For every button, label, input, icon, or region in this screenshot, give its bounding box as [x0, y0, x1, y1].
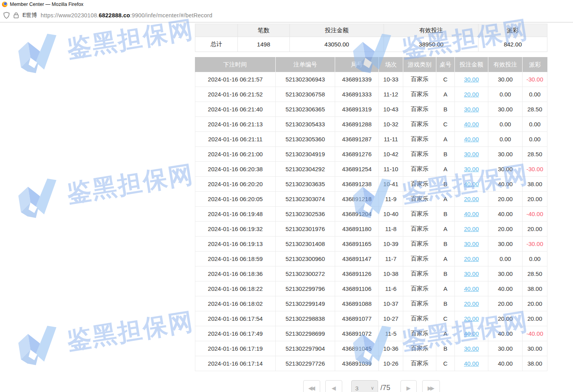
table-row: 2024-01-16 06:20:05521302303074436891218… [195, 192, 547, 207]
guarantee-logo-icon [11, 30, 65, 78]
bet-amount-cell: 20.00 [455, 87, 488, 102]
bet-amount-link[interactable]: 20.00 [464, 91, 479, 98]
url-prefix: https://www20230108. [41, 12, 98, 18]
session-cell: 10-27 [379, 311, 403, 326]
round-id-cell: 436891238 [335, 177, 379, 191]
game-type-cell: 百家乐 [403, 177, 436, 191]
game-type-cell: 百家乐 [403, 222, 436, 236]
bet-id-cell: 521302304919 [276, 147, 335, 161]
round-id-cell: 436891126 [335, 266, 379, 281]
valid-bet-cell: 40.00 [488, 281, 523, 296]
total-pages-label: /75 [380, 384, 390, 392]
bet-amount-link[interactable]: 20.00 [464, 255, 479, 262]
bet-amount-cell: 40.00 [455, 132, 488, 146]
bet-amount-link[interactable]: 30.00 [464, 106, 479, 113]
page-select[interactable]: 3 ∨ [351, 380, 378, 392]
game-type-cell: 百家乐 [403, 72, 436, 87]
game-type-cell: 百家乐 [403, 237, 436, 251]
next-page-button[interactable]: ▶ [401, 380, 417, 392]
round-id-cell: 436891088 [335, 296, 379, 311]
bet-amount-link[interactable]: 20.00 [464, 315, 479, 322]
bet-amount-cell: 40.00 [455, 281, 488, 296]
table-row: 2024-01-16 06:18:36521302300272436891126… [195, 266, 547, 281]
bet-id-cell: 521302303635 [276, 177, 335, 191]
bet-amount-link[interactable]: 40.00 [464, 285, 479, 292]
watermark: 鉴黑担保网 [11, 301, 197, 370]
watermark-text: 鉴黑担保网 [65, 305, 196, 357]
table-no-cell: A [436, 251, 455, 266]
bet-amount-link[interactable]: 40.00 [464, 181, 479, 187]
bet-amount-cell: 30.00 [455, 72, 488, 87]
valid-bet-cell: 30.00 [488, 341, 523, 356]
table-row: 2024-01-16 06:18:59521302300960436891147… [195, 251, 547, 266]
round-id-cell: 436891165 [335, 237, 379, 251]
left-arrow-icon: ◀ [332, 385, 336, 391]
bet-time-cell: 2024-01-16 06:21:00 [195, 147, 276, 161]
payout-cell: 30.00 [523, 341, 547, 356]
table-no-cell: C [436, 356, 455, 371]
bet-amount-cell: 40.00 [455, 177, 488, 191]
bet-amount-cell: 20.00 [455, 222, 488, 236]
round-id-cell: 436891180 [335, 222, 379, 236]
table-row: 2024-01-16 06:17:54521302298838436891077… [195, 311, 547, 326]
valid-bet-cell: 30.00 [488, 162, 523, 176]
bet-amount-link[interactable]: 40.00 [464, 211, 479, 217]
bet-amount-link[interactable]: 40.00 [464, 121, 479, 128]
firefox-icon [2, 2, 7, 7]
table-no-cell: B [436, 266, 455, 281]
table-no-cell: A [436, 326, 455, 341]
bet-amount-link[interactable]: 30.00 [464, 76, 479, 83]
valid-bet-cell: 0.00 [488, 132, 523, 146]
payout-cell: 28.50 [523, 266, 547, 281]
page-select-value: 3 [355, 385, 358, 392]
bet-id-cell: 521302306365 [276, 102, 335, 116]
last-page-button[interactable]: ▶▶ [422, 380, 440, 392]
game-type-cell: 百家乐 [403, 356, 436, 371]
bet-amount-link[interactable]: 20.00 [464, 300, 479, 307]
url-domain: 6822888.co [99, 12, 130, 18]
prev-page-button[interactable]: ◀ [325, 380, 342, 392]
bet-amount-link[interactable]: 40.00 [464, 136, 479, 142]
bet-amount-link[interactable]: 20.00 [464, 196, 479, 202]
bet-time-cell: 2024-01-16 06:20:20 [195, 177, 276, 191]
valid-bet-cell: 40.00 [488, 326, 523, 341]
bet-amount-link[interactable]: 30.00 [464, 166, 479, 172]
bet-amount-link[interactable]: 30.00 [464, 345, 479, 352]
bet-amount-link[interactable]: 20.00 [464, 226, 479, 232]
game-type-cell: 百家乐 [403, 192, 436, 206]
header-bet-id: 注单编号 [276, 57, 335, 72]
game-type-cell: 百家乐 [403, 87, 436, 102]
bet-table-header: 下注时间 注单编号 局号 场次 游戏类别 桌号 投注金额 有效投注 派彩 [195, 57, 547, 72]
first-page-button[interactable]: ◀◀ [303, 380, 320, 392]
bet-id-cell: 521302301408 [276, 237, 335, 251]
url-text[interactable]: https://www20230108.6822888.co:9900/infe… [41, 12, 212, 18]
table-no-cell: B [436, 341, 455, 356]
bet-amount-link[interactable]: 30.00 [464, 240, 479, 247]
bet-amount-link[interactable]: 40.00 [464, 360, 479, 367]
bet-amount-link[interactable]: 40.00 [464, 330, 479, 337]
guarantee-logo-icon [11, 322, 65, 370]
header-valid-bet: 有效投注 [488, 57, 523, 72]
browser-urlbar[interactable]: E世博 https://www20230108.6822888.co:9900/… [0, 9, 573, 22]
bet-id-cell: 521302298838 [276, 311, 335, 326]
payout-cell: 0.00 [523, 117, 547, 131]
payout-cell: 0.00 [523, 251, 547, 266]
session-cell: 11-6 [379, 281, 403, 296]
bet-amount-cell: 30.00 [455, 102, 488, 116]
table-row: 2024-01-16 06:19:48521302302536436891204… [195, 207, 547, 222]
lock-icon[interactable] [13, 12, 19, 18]
shield-icon[interactable] [3, 12, 10, 19]
table-no-cell: B [436, 296, 455, 311]
bet-id-cell: 521302300272 [276, 266, 335, 281]
session-cell: 10-36 [379, 341, 403, 356]
bet-id-cell: 521302297904 [276, 341, 335, 356]
bet-id-cell: 521302302536 [276, 207, 335, 221]
bet-time-cell: 2024-01-16 06:21:11 [195, 132, 276, 146]
window-titlebar: Member Center — Mozilla Firefox [0, 0, 573, 9]
bet-amount-link[interactable]: 30.00 [464, 151, 479, 157]
bet-amount-cell: 20.00 [455, 192, 488, 206]
table-row: 2024-01-16 06:19:32521302301976436891180… [195, 222, 547, 237]
bet-amount-link[interactable]: 30.00 [464, 270, 479, 277]
table-no-cell: A [436, 162, 455, 176]
table-no-cell: B [436, 207, 455, 221]
